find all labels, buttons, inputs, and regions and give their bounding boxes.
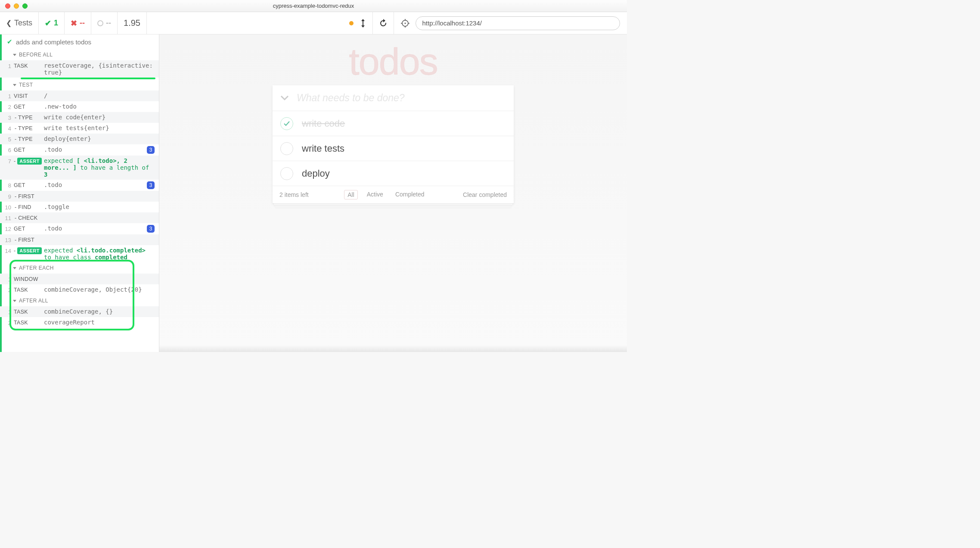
command-message: expected [ <li.todo>, 2 more... ] to hav…	[44, 157, 155, 178]
command-name: - ASSERT	[14, 157, 44, 164]
svg-point-5	[405, 22, 406, 24]
toggle-all-button[interactable]	[280, 93, 289, 104]
command-number: 3	[3, 114, 14, 121]
command-number: 6	[3, 146, 14, 153]
section-label: AFTER EACH	[19, 265, 54, 271]
command-row[interactable]: 1TASKcombineCoverage, {}	[0, 306, 159, 317]
command-row[interactable]: 2TASKcombineCoverage, Object{20}	[0, 284, 159, 295]
window-title: cypress-example-todomvc-redux	[0, 3, 627, 9]
reload-icon	[379, 19, 388, 28]
command-number: 8	[3, 181, 14, 189]
command-number: 2	[3, 319, 14, 326]
command-row[interactable]: 13- FIRST	[0, 234, 159, 245]
todo-item[interactable]: write tests	[273, 136, 514, 161]
pending-count-cell: --	[91, 12, 118, 34]
filter-all[interactable]: All	[344, 190, 358, 199]
pending-count: --	[106, 19, 111, 28]
todo-text: write tests	[302, 143, 344, 154]
pass-count-cell: ✔ 1	[39, 12, 65, 34]
command-message: combineCoverage, {}	[44, 308, 155, 315]
app-window: cypress-example-todomvc-redux ❮ Tests ✔ …	[0, 0, 627, 352]
command-number: 1	[3, 308, 14, 315]
titlebar: cypress-example-todomvc-redux	[0, 0, 627, 12]
command-row[interactable]: 4- TYPEwrite tests{enter}	[0, 123, 159, 134]
section-before-all[interactable]: BEFORE ALL	[0, 49, 159, 60]
command-name: - TYPE	[14, 135, 44, 142]
command-row[interactable]: 2GET.new-todo	[0, 101, 159, 112]
command-name: GET	[14, 181, 44, 188]
command-message: write code{enter}	[44, 114, 155, 121]
todo-toggle[interactable]	[280, 142, 293, 155]
todo-toggle[interactable]	[280, 167, 293, 180]
command-name: - FIRST	[14, 193, 44, 199]
command-message: .new-todo	[44, 103, 155, 110]
assert-pill: ASSERT	[17, 247, 41, 254]
new-todo-input[interactable]: What needs to be done?	[297, 92, 405, 104]
command-number: 1	[3, 62, 14, 69]
fail-count: --	[80, 19, 85, 28]
command-row[interactable]: 12GET.todo3	[0, 223, 159, 234]
todo-text: write code	[302, 118, 345, 129]
command-number: 9	[3, 193, 14, 200]
command-row[interactable]: 2TASKcoverageReport	[0, 317, 159, 328]
caret-down-icon	[13, 267, 16, 269]
command-row[interactable]: 8GET.todo3	[0, 180, 159, 191]
caret-down-icon	[13, 300, 16, 302]
items-left: 2 items left	[279, 191, 309, 198]
filter-group: All Active Completed	[344, 190, 427, 199]
url-text: http://localhost:1234/	[422, 19, 481, 27]
command-message: write tests{enter}	[44, 125, 155, 131]
command-number: 12	[3, 225, 14, 232]
toolbar-spacer	[147, 12, 373, 34]
command-row[interactable]: 7- ASSERTexpected [ <li.todo>, 2 more...…	[0, 156, 159, 180]
back-label: Tests	[14, 19, 32, 28]
aut-viewport: todos What needs to be done? write codew…	[159, 34, 627, 352]
command-number: 2	[3, 286, 14, 293]
command-name: TASK	[14, 286, 44, 293]
command-number: 10	[3, 203, 14, 211]
command-row[interactable]: 1TASKresetCoverage, {isinteractive: true…	[0, 60, 159, 78]
command-row[interactable]: 1VISIT/	[0, 90, 159, 101]
command-row[interactable]: 10- FIND.toggle	[0, 202, 159, 212]
command-name: - FIRST	[14, 236, 44, 243]
command-name: GET	[14, 103, 44, 110]
todo-item[interactable]: deploy	[273, 161, 514, 186]
command-log[interactable]: ✔ adds and completes todos BEFORE ALL 1T…	[0, 34, 159, 352]
filter-active[interactable]: Active	[364, 190, 386, 199]
main-split: ✔ adds and completes todos BEFORE ALL 1T…	[0, 34, 627, 352]
command-name: GET	[14, 225, 44, 232]
command-row[interactable]: 5- TYPEdeploy{enter}	[0, 134, 159, 144]
command-row[interactable]: 3- TYPEwrite code{enter}	[0, 112, 159, 123]
section-label: BEFORE ALL	[19, 52, 53, 58]
autoscroll-toggle[interactable]	[360, 19, 366, 28]
scroll-shadow	[159, 345, 627, 352]
command-message: combineCoverage, Object{20}	[44, 286, 155, 293]
reload-button[interactable]	[373, 12, 394, 34]
chevron-left-icon: ❮	[6, 19, 12, 27]
todo-card: What needs to be done? write codewrite t…	[273, 85, 514, 203]
url-bar[interactable]: http://localhost:1234/	[416, 16, 620, 30]
section-test[interactable]: TEST	[0, 79, 159, 90]
command-row[interactable]: 11- CHECK	[0, 212, 159, 223]
test-title-row[interactable]: ✔ adds and completes todos	[0, 34, 159, 49]
section-after-each[interactable]: AFTER EACH	[0, 262, 159, 274]
clear-completed-button[interactable]: Clear completed	[463, 191, 507, 198]
runner-toolbar: ❮ Tests ✔ 1 ✖ -- -- 1.95	[0, 12, 627, 34]
command-row[interactable]: 1WINDOW	[0, 274, 159, 284]
fail-count-cell: ✖ --	[65, 12, 91, 34]
command-name: - ASSERT	[14, 247, 44, 254]
todo-toggle[interactable]	[280, 117, 293, 130]
command-number: 7	[3, 157, 14, 165]
command-name: - FIND	[14, 203, 44, 210]
command-row[interactable]: 6GET.todo3	[0, 144, 159, 156]
pass-count: 1	[54, 19, 58, 28]
back-to-tests-button[interactable]: ❮ Tests	[0, 12, 39, 34]
command-row[interactable]: 9- FIRST	[0, 191, 159, 202]
command-row[interactable]: 14- ASSERTexpected <li.todo.completed> t…	[0, 245, 159, 262]
command-number: 1	[3, 275, 14, 283]
filter-completed[interactable]: Completed	[392, 190, 428, 199]
section-after-all[interactable]: AFTER ALL	[0, 295, 159, 306]
selector-playground-button[interactable]	[401, 19, 409, 28]
todo-input-row: What needs to be done?	[273, 85, 514, 111]
todo-item[interactable]: write code	[273, 111, 514, 136]
